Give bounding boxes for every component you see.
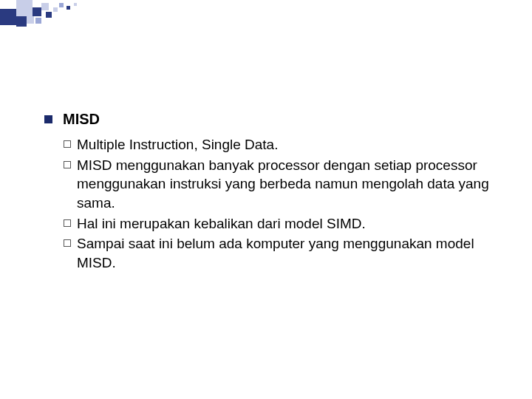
- deco-square: [46, 12, 52, 18]
- item-text: Multiple Instruction, Single Data.: [77, 135, 278, 154]
- heading-text: MISD: [63, 111, 100, 128]
- bullet-level2: Hal ini merupakan kebalikan dari model S…: [64, 214, 502, 233]
- bullet-level2: Sampai saat ini belum ada komputer yang …: [64, 234, 502, 272]
- deco-square: [27, 16, 34, 24]
- deco-square: [74, 3, 77, 6]
- sub-list: Multiple Instruction, Single Data. MISD …: [64, 135, 502, 272]
- deco-square: [59, 3, 64, 7]
- deco-square: [66, 6, 70, 10]
- deco-square: [33, 7, 41, 16]
- bullet-level1: MISD: [44, 111, 502, 128]
- deco-square: [53, 7, 58, 12]
- deco-square: [16, 16, 27, 27]
- deco-square: [35, 18, 41, 24]
- slide: MISD Multiple Instruction, Single Data. …: [0, 0, 532, 399]
- open-square-bullet-icon: [64, 239, 71, 247]
- deco-square: [16, 0, 33, 16]
- corner-decoration: [0, 0, 111, 37]
- open-square-bullet-icon: [64, 161, 71, 168]
- deco-square: [0, 9, 16, 25]
- open-square-bullet-icon: [64, 219, 71, 227]
- open-square-bullet-icon: [64, 140, 71, 148]
- bullet-level2: MISD menggunakan banyak processor dengan…: [64, 156, 502, 213]
- item-text: MISD menggunakan banyak processor dengan…: [77, 156, 491, 213]
- deco-square: [41, 3, 49, 10]
- bullet-level2: Multiple Instruction, Single Data.: [64, 135, 502, 154]
- content-area: MISD Multiple Instruction, Single Data. …: [44, 111, 502, 273]
- item-text: Sampai saat ini belum ada komputer yang …: [77, 234, 491, 272]
- item-text: Hal ini merupakan kebalikan dari model S…: [77, 214, 366, 233]
- square-bullet-icon: [44, 115, 52, 123]
